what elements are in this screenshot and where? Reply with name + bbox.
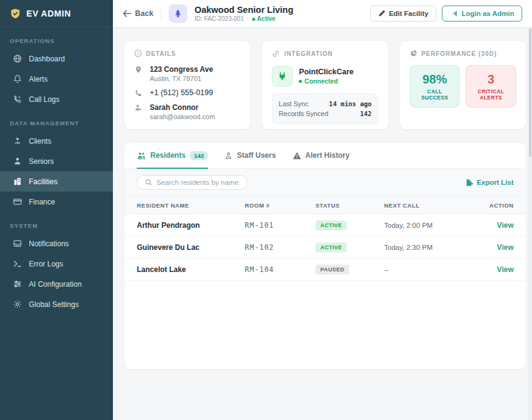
col-resident-name: RESIDENT NAME: [137, 202, 245, 209]
room-number: RM-101: [245, 221, 315, 230]
export-list-button[interactable]: Export List: [465, 179, 514, 187]
records-synced-label: Records Synced: [279, 110, 328, 117]
sidebar-item-error-logs[interactable]: Error Logs: [0, 254, 113, 274]
tab-bar: Residents 142 Staff Users Alert History: [125, 143, 526, 169]
link-icon: [272, 50, 280, 58]
next-call: Today, 2:30 PM: [384, 244, 471, 251]
header-divider: [161, 7, 161, 20]
sidebar: EV ADMIN OPERATIONS Dashboard Alerts Cal…: [0, 0, 113, 420]
facility-address: 123 Congress Ave: [150, 65, 213, 74]
table-row[interactable]: Guinevere Du Lac RM-102 ACTIVE Today, 2:…: [125, 236, 526, 259]
phone-icon: [134, 88, 143, 97]
search-box: [137, 175, 247, 190]
tab-staff-users-label: Staff Users: [237, 151, 276, 160]
sidebar-item-label: Facilities: [29, 177, 58, 186]
room-number: RM-102: [245, 243, 315, 252]
resident-name: Lancelot Lake: [137, 265, 245, 274]
login-as-admin-button[interactable]: Login as Admin: [442, 6, 522, 21]
sidebar-item-clients[interactable]: Clients: [0, 131, 113, 151]
search-input[interactable]: [156, 179, 239, 186]
sidebar-item-dashboard[interactable]: Dashboard: [0, 49, 113, 69]
shield-logo-icon: [10, 8, 21, 19]
residents-panel: Residents 142 Staff Users Alert History: [124, 142, 526, 370]
back-button[interactable]: Back: [123, 9, 153, 18]
sidebar-item-notifications[interactable]: Notifications: [0, 233, 113, 254]
content: DETAILS 123 Congress Ave Austin, TX 7870…: [113, 27, 532, 370]
room-number: RM-104: [245, 265, 315, 274]
staff-person-icon: [225, 152, 233, 160]
facility-id: ID: FAC-2023-001: [195, 15, 244, 23]
scrollbar-thumb[interactable]: [529, 28, 531, 157]
page-title: Oakwood Senior Living: [195, 4, 293, 15]
building-icon: [13, 177, 22, 186]
sidebar-item-alerts[interactable]: Alerts: [0, 69, 113, 89]
view-link[interactable]: View: [497, 265, 514, 274]
sidebar-item-finance[interactable]: Finance: [0, 192, 113, 212]
section-label-data-management: DATA MANAGEMENT: [0, 120, 113, 126]
tab-staff-users[interactable]: Staff Users: [225, 143, 276, 169]
contact-item: Sarah Connor sarah@oakwood.com: [134, 103, 241, 120]
dashboard-icon: [13, 54, 22, 63]
inbox-icon: [13, 239, 22, 248]
plug-icon: [272, 66, 293, 87]
meta-separator: ·: [247, 15, 249, 23]
table-row[interactable]: Arthur Pendragon RM-101 ACTIVE Today, 2:…: [125, 214, 526, 236]
clients-icon: [13, 136, 22, 146]
address-item: 123 Congress Ave Austin, TX 78701: [134, 65, 241, 82]
brand: EV ADMIN: [0, 0, 113, 27]
resident-name: Guinevere Du Lac: [137, 243, 245, 252]
performance-stats: 98% CALL SUCCESS 3 CRITICAL ALERTS: [410, 65, 516, 107]
people-group-icon: [137, 152, 146, 160]
page-header: Back Oakwood Senior Living ID: FAC-2023-…: [113, 0, 532, 27]
table-toolbar: Export List: [125, 169, 526, 196]
login-icon: [450, 10, 458, 17]
call-success-label: CALL SUCCESS: [414, 88, 456, 101]
sidebar-item-ai-configuration[interactable]: AI Configuration: [0, 274, 113, 294]
tab-alert-history-label: Alert History: [306, 151, 350, 160]
edit-facility-button[interactable]: Edit Facility: [370, 6, 437, 21]
warning-triangle-icon: [293, 152, 301, 160]
status-badge: PAUSED: [315, 265, 349, 274]
sidebar-item-facilities[interactable]: Facilities: [0, 171, 113, 192]
status-badge: Active: [257, 15, 276, 23]
sidebar-item-label: Call Logs: [29, 95, 60, 104]
integration-card-title: INTEGRATION: [284, 50, 333, 57]
performance-card-title: PERFORMANCE (30D): [422, 50, 497, 57]
export-list-label: Export List: [477, 179, 514, 186]
details-card: DETAILS 123 Congress Ave Austin, TX 7870…: [124, 41, 251, 130]
last-sync-value: 14 mins ago: [329, 100, 372, 107]
sidebar-item-global-settings[interactable]: Global Settings: [0, 294, 113, 314]
summary-cards: DETAILS 123 Congress Ave Austin, TX 7870…: [124, 41, 526, 130]
next-call: --: [384, 266, 471, 273]
phone-item: +1 (512) 555-0199: [134, 88, 241, 97]
tab-alert-history[interactable]: Alert History: [293, 143, 350, 169]
sidebar-item-label: Dashboard: [29, 55, 65, 63]
col-room: ROOM #: [245, 202, 315, 209]
view-link[interactable]: View: [497, 221, 514, 230]
integration-provider: PointClickCare: [299, 68, 353, 76]
app-window: EV ADMIN OPERATIONS Dashboard Alerts Cal…: [0, 0, 532, 420]
sidebar-item-seniors[interactable]: Seniors: [0, 151, 113, 171]
back-label: Back: [135, 9, 153, 18]
performance-card: PERFORMANCE (30D) 98% CALL SUCCESS 3 CRI…: [399, 41, 526, 130]
tab-residents[interactable]: Residents 142: [137, 143, 208, 169]
active-dot-icon: [252, 18, 255, 21]
info-icon: [134, 50, 142, 57]
critical-alerts-value: 3: [470, 72, 512, 87]
sidebar-item-call-logs[interactable]: Call Logs: [0, 89, 113, 109]
view-link[interactable]: View: [497, 243, 514, 252]
search-icon: [145, 179, 152, 186]
contact-person-icon: [134, 103, 143, 120]
bell-icon: [13, 74, 22, 84]
section-label-operations: OPERATIONS: [0, 37, 113, 44]
edit-facility-label: Edit Facility: [389, 10, 429, 17]
facility-tree-icon: [169, 4, 187, 23]
sidebar-item-label: AI Configuration: [29, 280, 82, 289]
call-success-value: 98%: [414, 72, 456, 87]
contact-name: Sarah Connor: [150, 103, 215, 112]
status-badge: ACTIVE: [315, 220, 347, 230]
critical-alerts-label: CRITICAL ALERTS: [470, 88, 512, 101]
vertical-scrollbar[interactable]: [528, 27, 532, 420]
table-row[interactable]: Lancelot Lake RM-104 PAUSED -- View: [125, 259, 526, 281]
provider-row: PointClickCare Connected: [272, 66, 378, 87]
